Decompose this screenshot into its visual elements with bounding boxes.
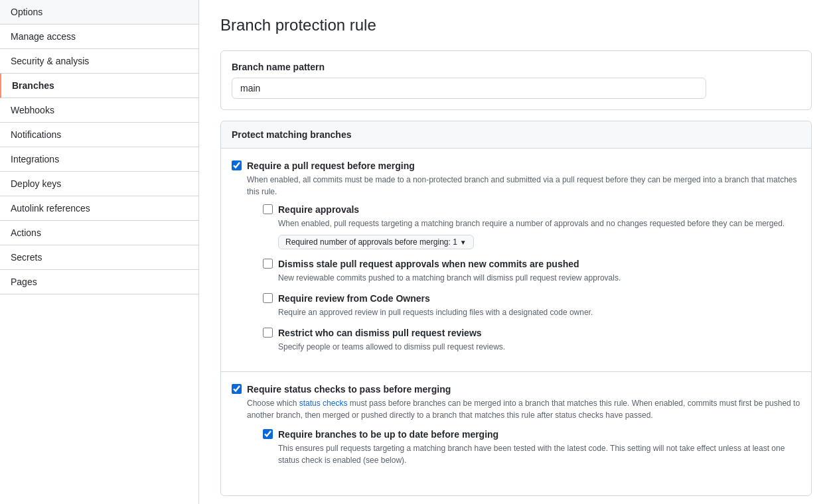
restrict-dismiss-option: Restrict who can dismiss pull request re… — [263, 326, 800, 353]
require-status-checks-desc-before: Choose which — [247, 399, 299, 408]
dismiss-stale-desc: New reviewable commits pushed to a match… — [278, 272, 621, 284]
sidebar-item-security-analysis[interactable]: Security & analysis — [0, 49, 198, 74]
require-code-owners-desc: Require an approved review in pull reque… — [278, 306, 593, 318]
require-approvals-checkbox[interactable] — [263, 204, 273, 214]
page-title: Branch protection rule — [220, 16, 812, 34]
sidebar-item-options[interactable]: Options — [0, 0, 198, 25]
restrict-dismiss-checkbox[interactable] — [263, 328, 273, 338]
sidebar-item-webhooks[interactable]: Webhooks — [0, 98, 198, 123]
restrict-dismiss-row: Restrict who can dismiss pull request re… — [263, 326, 800, 353]
require-status-checks-label[interactable]: Require status checks to pass before mer… — [247, 384, 451, 395]
dismiss-stale-option: Dismiss stale pull request approvals whe… — [263, 257, 800, 284]
sidebar-item-actions[interactable]: Actions — [0, 221, 198, 245]
main-content: Branch protection rule Branch name patte… — [199, 0, 833, 504]
sidebar-item-autolink-references[interactable]: Autolink references — [0, 196, 198, 221]
sidebar-item-branches[interactable]: Branches — [0, 74, 198, 98]
chevron-down-icon: ▼ — [460, 239, 467, 246]
require-code-owners-checkbox[interactable] — [263, 293, 273, 303]
protect-section-header: Protect matching branches — [221, 121, 811, 149]
branch-name-pattern-label: Branch name pattern — [232, 62, 800, 72]
require-branches-uptodate-desc: This ensures pull requests targeting a m… — [278, 442, 800, 466]
require-code-owners-label[interactable]: Require review from Code Owners — [278, 293, 430, 304]
require-pr-row: Require a pull request before merging Wh… — [232, 159, 800, 361]
require-approvals-desc: When enabled, pull requests targeting a … — [278, 218, 785, 229]
dismiss-stale-row: Dismiss stale pull request approvals whe… — [263, 257, 800, 284]
require-approvals-row: Require approvals When enabled, pull req… — [263, 203, 800, 249]
approvals-dropdown[interactable]: Required number of approvals before merg… — [278, 235, 474, 249]
require-code-owners-option: Require review from Code Owners Require … — [263, 292, 800, 318]
require-approvals-option: Require approvals When enabled, pull req… — [263, 203, 800, 249]
require-status-checks-checkbox[interactable] — [232, 384, 242, 394]
sidebar-item-manage-access[interactable]: Manage access — [0, 25, 198, 49]
require-pr-checkbox[interactable] — [232, 160, 242, 170]
require-pr-desc: When enabled, all commits must be made t… — [247, 174, 800, 198]
require-branches-uptodate-row: Require branches to be up to date before… — [263, 428, 800, 466]
require-code-owners-row: Require review from Code Owners Require … — [263, 292, 800, 318]
require-pr-sub-options: Require approvals When enabled, pull req… — [263, 203, 800, 353]
require-status-checks-row: Require status checks to pass before mer… — [232, 383, 800, 474]
sidebar-item-integrations[interactable]: Integrations — [0, 147, 198, 172]
require-approvals-label[interactable]: Require approvals — [278, 204, 359, 215]
sidebar-item-deploy-keys[interactable]: Deploy keys — [0, 172, 198, 196]
protect-section-body: Require a pull request before merging Wh… — [221, 149, 811, 495]
dismiss-stale-checkbox[interactable] — [263, 259, 273, 269]
require-branches-uptodate-checkbox[interactable] — [263, 429, 273, 439]
sidebar-item-pages[interactable]: Pages — [0, 270, 198, 294]
require-pr-label[interactable]: Require a pull request before merging — [247, 160, 415, 171]
section-divider — [221, 371, 811, 372]
branch-name-input[interactable] — [232, 78, 706, 99]
sidebar: Options Manage access Security & analysi… — [0, 0, 199, 504]
status-checks-link[interactable]: status checks — [299, 399, 348, 408]
status-checks-sub-options: Require branches to be up to date before… — [263, 428, 800, 466]
restrict-dismiss-label[interactable]: Restrict who can dismiss pull request re… — [278, 328, 482, 338]
require-branches-uptodate-option: Require branches to be up to date before… — [263, 428, 800, 466]
restrict-dismiss-desc: Specify people or teams allowed to dismi… — [278, 341, 505, 353]
approvals-dropdown-label: Required number of approvals before merg… — [285, 237, 457, 247]
sidebar-item-secrets[interactable]: Secrets — [0, 245, 198, 270]
sidebar-item-notifications[interactable]: Notifications — [0, 123, 198, 147]
require-branches-uptodate-label[interactable]: Require branches to be up to date before… — [278, 429, 498, 440]
protect-section: Protect matching branches Require a pull… — [220, 121, 812, 496]
branch-name-section: Branch name pattern — [220, 50, 812, 110]
require-status-checks-desc: Choose which status checks must pass bef… — [247, 397, 800, 421]
dismiss-stale-label[interactable]: Dismiss stale pull request approvals whe… — [278, 259, 579, 269]
